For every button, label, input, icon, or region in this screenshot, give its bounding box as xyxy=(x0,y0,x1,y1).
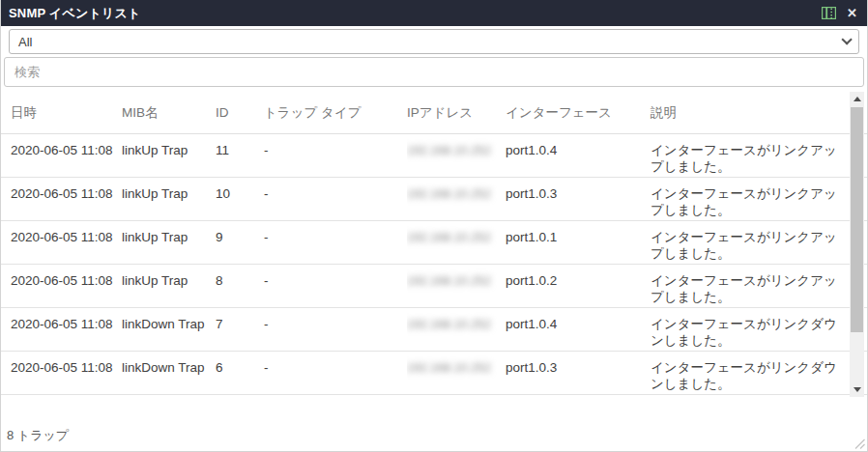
cell-ip-blurred: 192.168.10.252 xyxy=(407,134,506,177)
cell-datetime: 2020-06-05 11:08 xyxy=(11,308,122,351)
event-filter-value: All xyxy=(18,35,32,49)
cell-mib-name: linkDown Trap xyxy=(122,308,216,351)
dock-panel-icon xyxy=(822,7,836,19)
scroll-down-button[interactable] xyxy=(850,382,864,397)
cell-interface: port1.0.2 xyxy=(506,265,651,307)
trap-count-label: 8 トラップ xyxy=(7,427,69,444)
table-header-row: 日時 MIB名 ID トラップ タイプ IPアドレス インターフェース 説明 xyxy=(1,92,867,134)
cell-interface: port1.0.1 xyxy=(506,221,651,264)
vertical-scrollbar[interactable] xyxy=(850,92,864,397)
table-row[interactable]: 2020-06-05 11:08 linkUp Trap 11 - 192.16… xyxy=(1,134,867,178)
table-row[interactable]: 2020-06-05 11:08 linkUp Trap 8 - 192.168… xyxy=(1,265,867,308)
blurred-ip-text: 192.168.10.252 xyxy=(407,318,491,331)
dialog-title: SNMP イベントリスト xyxy=(9,5,140,22)
event-filter-select[interactable]: All xyxy=(9,29,859,54)
cell-trap-type: - xyxy=(264,178,407,220)
cell-interface: port1.0.3 xyxy=(506,352,651,394)
cell-datetime: 2020-06-05 11:08 xyxy=(11,221,122,264)
header-description: 説明 xyxy=(651,104,840,122)
cell-datetime: 2020-06-05 11:08 xyxy=(11,352,122,394)
header-trap-type: トラップ タイプ xyxy=(264,104,407,122)
header-ip: IPアドレス xyxy=(407,104,506,122)
header-mib: MIB名 xyxy=(122,104,216,122)
cell-trap-type: - xyxy=(264,265,407,307)
cell-mib-name: linkUp Trap xyxy=(122,134,216,177)
cell-id: 9 xyxy=(216,221,264,264)
cell-ip-blurred: 192.168.10.252 xyxy=(407,265,506,307)
cell-ip-blurred: 192.168.10.252 xyxy=(407,178,506,220)
cell-ip-blurred: 192.168.10.252 xyxy=(407,352,506,394)
cell-interface: port1.0.3 xyxy=(506,178,651,220)
cell-trap-type: - xyxy=(264,308,407,351)
cell-id: 11 xyxy=(216,134,264,177)
header-id: ID xyxy=(216,105,264,120)
resize-grip-icon[interactable] xyxy=(853,436,865,448)
cell-mib-name: linkUp Trap xyxy=(122,178,216,220)
table-row[interactable]: 2020-06-05 11:08 linkUp Trap 9 - 192.168… xyxy=(1,221,867,265)
blurred-ip-text: 192.168.10.252 xyxy=(407,361,491,375)
blurred-ip-text: 192.168.10.252 xyxy=(407,187,491,201)
titlebar-actions: ✕ xyxy=(822,7,857,19)
blurred-ip-text: 192.168.10.252 xyxy=(407,231,491,244)
cell-interface: port1.0.4 xyxy=(506,308,651,351)
cell-mib-name: linkDown Trap xyxy=(122,352,216,394)
close-icon: ✕ xyxy=(847,7,857,19)
close-button[interactable]: ✕ xyxy=(847,7,857,19)
cell-mib-name: linkUp Trap xyxy=(122,265,216,307)
scroll-up-button[interactable] xyxy=(850,92,864,106)
cell-trap-type: - xyxy=(264,352,407,394)
cell-description: インターフェースがリンクアップしました。 xyxy=(651,265,840,307)
cell-ip-blurred: 192.168.10.252 xyxy=(407,308,506,351)
search-input[interactable] xyxy=(4,57,864,87)
cell-datetime: 2020-06-05 11:08 xyxy=(11,178,122,220)
cell-description: インターフェースがリンクアップしました。 xyxy=(651,134,840,177)
cell-description: インターフェースがリンクダウンしました。 xyxy=(651,308,840,351)
table-row[interactable]: 2020-06-05 11:08 linkDown Trap 6 - 192.1… xyxy=(1,352,867,395)
cell-id: 8 xyxy=(216,265,264,307)
table-row[interactable]: 2020-06-05 11:08 linkUp Trap 10 - 192.16… xyxy=(1,178,867,221)
snmp-event-list-dialog: SNMP イベントリスト ✕ All 日時 xyxy=(0,0,868,452)
scrollbar-thumb[interactable] xyxy=(851,107,863,332)
dialog-titlebar[interactable]: SNMP イベントリスト ✕ xyxy=(1,0,867,26)
cell-datetime: 2020-06-05 11:08 xyxy=(11,265,122,307)
cell-id: 7 xyxy=(216,308,264,351)
chevron-down-icon xyxy=(841,34,852,44)
cell-id: 6 xyxy=(216,352,264,394)
cell-trap-type: - xyxy=(264,134,407,177)
cell-ip-blurred: 192.168.10.252 xyxy=(407,221,506,264)
cell-trap-type: - xyxy=(264,221,407,264)
cell-interface: port1.0.4 xyxy=(506,134,651,177)
scroll-down-icon xyxy=(854,387,861,392)
cell-datetime: 2020-06-05 11:08 xyxy=(11,134,122,177)
cell-description: インターフェースがリンクダウンしました。 xyxy=(651,352,840,394)
table-row[interactable]: 2020-06-05 11:08 linkDown Trap 7 - 192.1… xyxy=(1,308,867,352)
dock-panel-button[interactable] xyxy=(822,7,836,19)
blurred-ip-text: 192.168.10.252 xyxy=(407,274,491,288)
cell-id: 10 xyxy=(216,178,264,220)
blurred-ip-text: 192.168.10.252 xyxy=(407,144,491,157)
cell-mib-name: linkUp Trap xyxy=(122,221,216,264)
scroll-up-icon xyxy=(854,97,861,101)
header-interface: インターフェース xyxy=(506,104,651,122)
header-datetime: 日時 xyxy=(11,104,122,122)
table-body: 2020-06-05 11:08 linkUp Trap 11 - 192.16… xyxy=(1,134,867,395)
event-table: 日時 MIB名 ID トラップ タイプ IPアドレス インターフェース 説明 2… xyxy=(1,92,867,396)
cell-description: インターフェースがリンクアップしました。 xyxy=(651,178,840,220)
cell-description: インターフェースがリンクアップしました。 xyxy=(651,221,840,264)
